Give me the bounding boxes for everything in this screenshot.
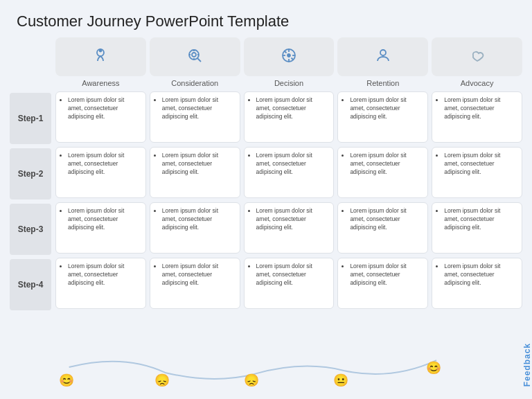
feedback-label: Feedback: [522, 343, 532, 387]
smiley-2: 😞: [154, 373, 170, 388]
page-title: Customer Journey PowerPoint Template: [0, 0, 532, 37]
col-header-advocacy: Advocacy: [432, 37, 522, 87]
cell-step4-decision: Lorem ipsum dolor sit amet, consectetuer…: [244, 258, 335, 309]
data-row-1: Lorem ipsum dolor sit amet, consectetuer…: [55, 91, 522, 143]
col-header-consideration: Consideration: [150, 37, 240, 87]
main-container: Step-1Step-2Step-3Step-4 Awareness Consi…: [0, 37, 532, 310]
cell-step4-awareness: Lorem ipsum dolor sit amet, consectetuer…: [55, 258, 146, 309]
retention-icon: [375, 47, 391, 66]
awareness-icon: [92, 47, 109, 66]
cell-step2-consideration: Lorem ipsum dolor sit amet, consectetuer…: [150, 147, 240, 198]
col-header-awareness: Awareness: [55, 37, 146, 87]
col-header-label-consideration: Consideration: [171, 79, 218, 87]
cell-step3-consideration: Lorem ipsum dolor sit amet, consectetuer…: [150, 202, 240, 254]
data-row-3: Lorem ipsum dolor sit amet, consectetuer…: [55, 202, 522, 254]
header-row: Awareness Consideration Decision Retenti…: [55, 37, 522, 87]
step-label-4: Step-4: [10, 259, 51, 310]
cell-step1-retention: Lorem ipsum dolor sit amet, consectetuer…: [337, 91, 428, 143]
decision-icon: [281, 47, 297, 66]
journey-curve: 😊 😞 😞 😐 😊: [42, 346, 522, 388]
cell-step4-advocacy: Lorem ipsum dolor sit amet, consectetuer…: [432, 258, 522, 309]
svg-point-17: [380, 50, 386, 55]
svg-point-1: [100, 50, 102, 52]
cell-step2-decision: Lorem ipsum dolor sit amet, consectetuer…: [244, 147, 335, 198]
svg-line-15: [285, 51, 287, 53]
cell-step2-awareness: Lorem ipsum dolor sit amet, consectetuer…: [55, 147, 146, 198]
data-row-2: Lorem ipsum dolor sit amet, consectetuer…: [55, 147, 522, 198]
cell-step3-decision: Lorem ipsum dolor sit amet, consectetuer…: [244, 202, 335, 254]
step-label-1: Step-1: [10, 93, 51, 144]
col-header-icon-box-awareness: [55, 37, 146, 76]
cell-step1-decision: Lorem ipsum dolor sit amet, consectetuer…: [244, 91, 335, 143]
cell-step1-awareness: Lorem ipsum dolor sit amet, consectetuer…: [55, 91, 146, 143]
smiley-5: 😊: [426, 360, 442, 375]
data-row-4: Lorem ipsum dolor sit amet, consectetuer…: [55, 258, 522, 309]
advocacy-icon: [469, 47, 486, 66]
cell-step2-advocacy: Lorem ipsum dolor sit amet, consectetuer…: [432, 147, 522, 198]
cell-step3-awareness: Lorem ipsum dolor sit amet, consectetuer…: [55, 202, 146, 254]
col-header-label-advocacy: Advocacy: [461, 79, 494, 87]
col-header-icon-box-retention: [337, 37, 428, 76]
svg-line-3: [197, 58, 201, 62]
cell-step4-retention: Lorem ipsum dolor sit amet, consectetuer…: [337, 258, 428, 309]
smiley-1: 😊: [59, 373, 75, 388]
svg-point-10: [287, 54, 290, 57]
col-header-retention: Retention: [337, 37, 428, 87]
cell-step2-retention: Lorem ipsum dolor sit amet, consectetuer…: [337, 147, 428, 198]
col-header-label-retention: Retention: [366, 79, 399, 87]
cell-step3-advocacy: Lorem ipsum dolor sit amet, consectetuer…: [432, 202, 522, 254]
step-label-3: Step-3: [10, 204, 51, 255]
col-header-decision: Decision: [244, 37, 335, 87]
col-header-label-awareness: Awareness: [82, 79, 119, 87]
cell-step3-retention: Lorem ipsum dolor sit amet, consectetuer…: [337, 202, 428, 254]
smiley-3: 😞: [244, 373, 260, 388]
cell-step1-advocacy: Lorem ipsum dolor sit amet, consectetuer…: [432, 91, 522, 143]
columns-area: Awareness Consideration Decision Retenti…: [55, 37, 522, 310]
steps-column: Step-1Step-2Step-3Step-4: [10, 93, 51, 310]
cell-step1-consideration: Lorem ipsum dolor sit amet, consectetuer…: [150, 91, 240, 143]
journey-bar: 😊 😞 😞 😐 😊: [42, 346, 522, 388]
col-header-icon-box-decision: [244, 37, 335, 76]
col-header-icon-box-consideration: [150, 37, 240, 76]
data-rows: Lorem ipsum dolor sit amet, consectetuer…: [55, 91, 522, 309]
svg-point-2: [189, 50, 199, 60]
svg-line-16: [291, 58, 293, 60]
step-label-2: Step-2: [10, 148, 51, 200]
consideration-icon: [186, 47, 203, 66]
smiley-4: 😐: [333, 373, 349, 388]
col-header-label-decision: Decision: [274, 79, 303, 87]
col-header-icon-box-advocacy: [432, 37, 522, 76]
cell-step4-consideration: Lorem ipsum dolor sit amet, consectetuer…: [150, 258, 240, 309]
svg-point-4: [192, 53, 196, 57]
